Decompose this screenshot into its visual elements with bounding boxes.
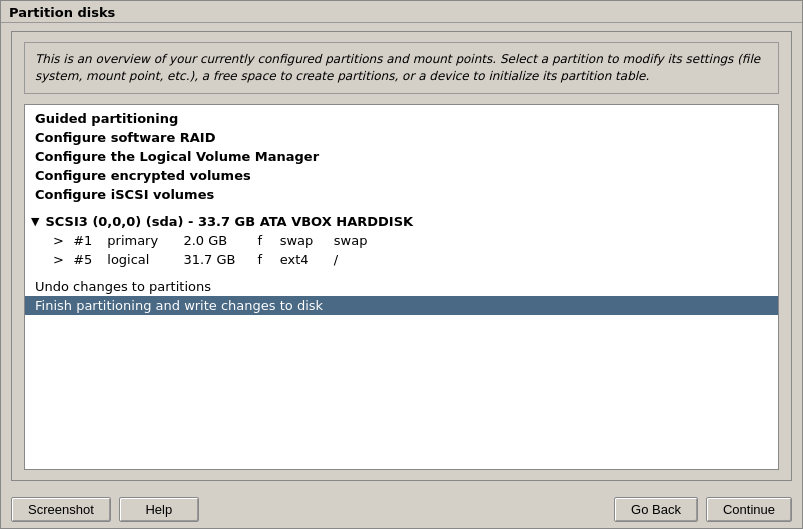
- partition-fs-1: swap: [280, 233, 330, 248]
- partition-row-2[interactable]: > #5 logical 31.7 GB f ext4 /: [25, 250, 778, 269]
- partition-type-2: logical: [107, 252, 179, 267]
- lvm-item[interactable]: Configure the Logical Volume Manager: [25, 147, 778, 166]
- partition-size-2: 31.7 GB: [183, 252, 253, 267]
- help-button[interactable]: Help: [119, 497, 199, 522]
- right-buttons: Go Back Continue: [614, 497, 792, 522]
- software-raid-item[interactable]: Configure software RAID: [25, 128, 778, 147]
- description-text: This is an overview of your currently co…: [35, 52, 760, 83]
- main-panel: This is an overview of your currently co…: [11, 31, 792, 481]
- disk-expand-icon: ▼: [31, 215, 39, 228]
- partition-num-1: #1: [73, 233, 103, 248]
- window-title: Partition disks: [9, 5, 115, 20]
- description-box: This is an overview of your currently co…: [24, 42, 779, 94]
- spacer1: [25, 204, 778, 212]
- partition-size-1: 2.0 GB: [183, 233, 253, 248]
- continue-button[interactable]: Continue: [706, 497, 792, 522]
- undo-changes-item[interactable]: Undo changes to partitions: [25, 277, 778, 296]
- partition-fs-2: ext4: [280, 252, 330, 267]
- partition-type-1: primary: [107, 233, 179, 248]
- partition-mount-1: swap: [334, 233, 384, 248]
- window-content: This is an overview of your currently co…: [1, 23, 802, 489]
- partition-row-1[interactable]: > #1 primary 2.0 GB f swap swap: [25, 231, 778, 250]
- partition-mount-2: /: [334, 252, 384, 267]
- undo-label: Undo changes to partitions: [35, 279, 211, 294]
- partition-disks-window: Partition disks This is an overview of y…: [0, 0, 803, 529]
- partition-flag-2: f: [258, 252, 276, 267]
- partition-list[interactable]: Guided partitioning Configure software R…: [24, 104, 779, 470]
- finish-partitioning-item[interactable]: Finish partitioning and write changes to…: [25, 296, 778, 315]
- partition-arrow-2: >: [53, 252, 69, 267]
- disk-label: SCSI3 (0,0,0) (sda) - 33.7 GB ATA VBOX H…: [45, 214, 413, 229]
- screenshot-button[interactable]: Screenshot: [11, 497, 111, 522]
- bottom-bar: Screenshot Help Go Back Continue: [1, 489, 802, 528]
- finish-label: Finish partitioning and write changes to…: [35, 298, 323, 313]
- disk-header[interactable]: ▼ SCSI3 (0,0,0) (sda) - 33.7 GB ATA VBOX…: [25, 212, 778, 231]
- partition-flag-1: f: [258, 233, 276, 248]
- titlebar: Partition disks: [1, 1, 802, 23]
- partition-arrow-1: >: [53, 233, 69, 248]
- go-back-button[interactable]: Go Back: [614, 497, 698, 522]
- iscsi-item[interactable]: Configure iSCSI volumes: [25, 185, 778, 204]
- encrypted-volumes-item[interactable]: Configure encrypted volumes: [25, 166, 778, 185]
- left-buttons: Screenshot Help: [11, 497, 199, 522]
- partition-num-2: #5: [73, 252, 103, 267]
- spacer2: [25, 269, 778, 277]
- guided-partitioning-item[interactable]: Guided partitioning: [25, 109, 778, 128]
